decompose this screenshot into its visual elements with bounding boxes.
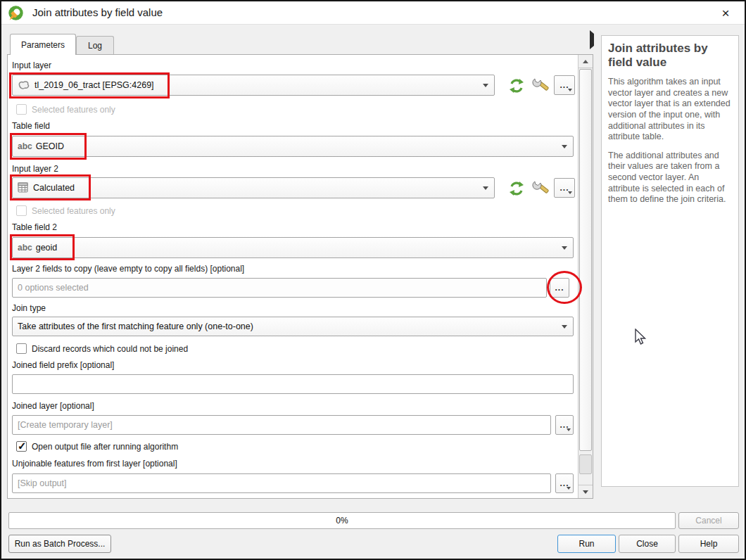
run-button[interactable]: Run (557, 535, 616, 553)
title-bar: Join attributes by field value × (1, 1, 745, 25)
joined-layer-input-wrap (12, 415, 551, 435)
parameters-form-panel: Input layer tl_2019_06_tract [EPSG:4269] (7, 54, 593, 499)
scrollbar-thumb[interactable] (579, 69, 592, 451)
input-layer-2-value: Calculated (33, 183, 75, 193)
table-field-2-value: geoid (36, 243, 58, 253)
triangle-up-icon (583, 60, 588, 63)
scroll-up-button[interactable] (579, 55, 593, 68)
qgis-logo-icon (8, 5, 24, 24)
string-field-abc-icon: abc (18, 141, 32, 151)
chevron-down-icon (568, 191, 572, 194)
input-layer-browse-button[interactable]: ... (554, 75, 575, 95)
unjoinable-features-input[interactable] (18, 474, 550, 492)
chevron-down-icon[interactable] (478, 76, 493, 94)
input-layer-2-label: Input layer 2 (12, 164, 58, 174)
open-output-checkbox[interactable]: ✓ (16, 441, 27, 452)
joined-field-prefix-input[interactable] (18, 375, 573, 393)
close-window-button[interactable]: × (716, 4, 735, 23)
joined-layer-browse-button[interactable]: ... (555, 415, 574, 435)
chevron-down-icon[interactable] (557, 137, 572, 155)
string-field-abc-icon: abc (18, 243, 32, 253)
chevron-down-icon (567, 487, 571, 490)
discard-records-checkbox[interactable] (16, 343, 27, 354)
joined-layer-label: Joined layer [optional] (12, 401, 94, 411)
fields-to-copy-field[interactable]: 0 options selected (12, 278, 547, 298)
join-type-label: Join type (12, 303, 46, 313)
scroll-down-button[interactable] (579, 485, 593, 498)
input-layer-2-combobox[interactable]: Calculated (12, 177, 495, 198)
checkmark-icon: ✓ (18, 440, 27, 452)
fields-to-copy-browse-button[interactable]: ... (550, 278, 569, 298)
selected-features-only-checkbox-2 (16, 205, 27, 216)
unjoinable-features-browse-button[interactable]: ... (555, 473, 574, 493)
table-layer-icon (18, 182, 29, 193)
table-field-label: Table field (12, 121, 50, 131)
chevron-down-icon (568, 89, 572, 91)
help-panel: Join attributes by field value This algo… (601, 35, 739, 487)
table-field-combobox[interactable]: abc GEOID (12, 136, 574, 157)
advanced-options-wrench-icon[interactable] (532, 77, 550, 98)
advanced-options-wrench-icon-2[interactable] (532, 179, 550, 201)
input-layer-combobox[interactable]: tl_2019_06_tract [EPSG:4269] (12, 75, 495, 96)
help-title: Join attributes by field value (608, 42, 732, 70)
close-button[interactable]: Close (619, 535, 676, 553)
help-paragraph: This algorithm takes an input vector lay… (608, 77, 732, 143)
joined-field-prefix-label: Joined field prefix [optional] (12, 360, 114, 370)
chevron-down-icon[interactable] (557, 318, 572, 335)
chevron-down-icon[interactable] (557, 238, 572, 257)
fields-to-copy-label: Layer 2 fields to copy (leave empty to c… (12, 264, 244, 274)
joined-field-prefix-input-wrap (12, 374, 574, 394)
help-button[interactable]: Help (678, 535, 739, 553)
table-field-value: GEOID (36, 141, 64, 151)
iterate-over-layer-icon[interactable] (507, 77, 526, 98)
table-field-2-label: Table field 2 (12, 222, 57, 232)
iterate-over-layer-2-icon[interactable] (507, 179, 526, 201)
unjoinable-features-label: Unjoinable features from first layer [op… (12, 459, 177, 469)
table-field-2-combobox[interactable]: abc geoid (12, 237, 574, 258)
help-paragraph: The additional attributes and their valu… (608, 151, 732, 205)
vertical-scrollbar[interactable] (578, 55, 593, 498)
collapse-help-panel-arrow-icon[interactable] (590, 34, 594, 46)
join-type-value: Take attributes of the first matching fe… (18, 322, 253, 331)
selected-features-only-label-1: Selected features only (32, 105, 115, 115)
unjoinable-features-input-wrap (12, 473, 551, 493)
run-as-batch-button[interactable]: Run as Batch Process... (8, 535, 111, 553)
window-title: Join attributes by field value (32, 6, 163, 18)
triangle-down-icon (583, 490, 588, 494)
chevron-down-icon[interactable] (478, 179, 493, 197)
input-layer-2-browse-button[interactable]: ... (554, 178, 575, 198)
selected-features-only-label-2: Selected features only (32, 206, 115, 216)
progress-bar: 0% (8, 512, 676, 529)
chevron-down-icon (567, 428, 571, 431)
scrollbar-groove[interactable] (579, 454, 592, 474)
join-attributes-dialog: Join attributes by field value × Log Par… (0, 0, 746, 560)
cancel-button: Cancel (678, 512, 739, 529)
input-layer-value: tl_2019_06_tract [EPSG:4269] (34, 80, 154, 90)
open-output-label: Open output file after running algorithm (32, 442, 178, 452)
tab-parameters[interactable]: Parameters (10, 34, 76, 55)
input-layer-label: Input layer (12, 61, 51, 70)
join-type-combobox[interactable]: Take attributes of the first matching fe… (12, 317, 574, 336)
tab-log[interactable]: Log (76, 36, 114, 55)
polygon-layer-icon (18, 80, 30, 90)
selected-features-only-checkbox-1 (16, 104, 27, 115)
joined-layer-input[interactable] (18, 416, 550, 434)
discard-records-label: Discard records which could not be joine… (32, 344, 188, 354)
